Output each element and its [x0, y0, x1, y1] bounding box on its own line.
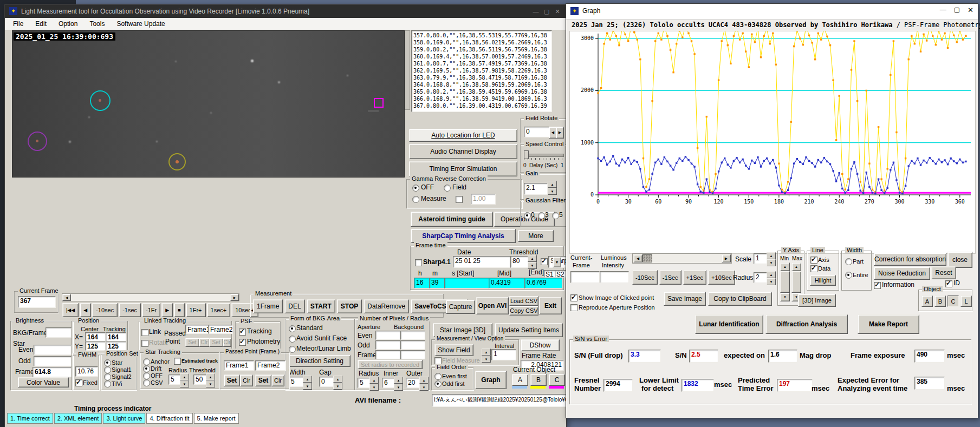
passed-frame2-field[interactable]: Frame2	[255, 360, 285, 371]
show-image-checkbox[interactable]	[570, 294, 577, 301]
s1-box[interactable]: S1	[544, 270, 556, 278]
threshold-spinner[interactable]: ▲▼	[528, 255, 537, 269]
transport-1sec-button[interactable]: -1sec	[119, 303, 141, 317]
mid-field[interactable]: 0.4319	[489, 278, 525, 288]
expected-error-field[interactable]: 385	[914, 377, 945, 390]
minimize-icon[interactable]: —	[530, 6, 541, 16]
scroll-left-icon[interactable]: ◀	[62, 294, 71, 301]
passed-frame1-field[interactable]: Frame1	[224, 360, 254, 371]
frame-scrollbar[interactable]: ◀ ▶	[62, 293, 239, 301]
linked-frame1-field[interactable]: Frame1	[185, 325, 210, 334]
linked-clr2-button[interactable]: Clr	[223, 338, 231, 347]
rotate-checkbox[interactable]	[141, 340, 148, 347]
linked-clr1-button[interactable]: Clr	[199, 338, 210, 347]
predicted-error-field[interactable]: 197	[777, 379, 813, 392]
width-spinner[interactable]: ▲▼	[303, 376, 312, 390]
direction-setting-button[interactable]: Direction Setting	[289, 355, 351, 367]
interval-field[interactable]: 1	[491, 349, 516, 360]
measurement-stop-button[interactable]: STOP	[337, 299, 362, 313]
main-titlebar[interactable]: ✦ Light Measurement tool for Occultation…	[5, 5, 566, 18]
image-3d-button[interactable]: [3D] Image	[798, 294, 836, 307]
graph-button[interactable]: Graph	[475, 371, 507, 389]
linked-set2-button[interactable]: Set	[209, 338, 223, 347]
vertical-slider[interactable]	[405, 30, 410, 110]
frame-exposure-field[interactable]: 490	[914, 350, 945, 363]
gauss-5-radio[interactable]	[552, 212, 559, 219]
transport-10sec-button[interactable]: -10sec	[92, 303, 118, 317]
save-image-button[interactable]: Save Image	[664, 292, 706, 306]
transport-1Fr+-button[interactable]: 1Fr+	[186, 303, 206, 317]
odd-first-radio[interactable]	[434, 380, 442, 387]
up-icon[interactable]: ▲	[419, 377, 429, 384]
strack-off-radio[interactable]	[143, 372, 150, 379]
capture-button[interactable]: Capture	[446, 300, 475, 314]
graph-scrollbar[interactable]: ◀ ▶	[632, 253, 732, 264]
passed-set1-button[interactable]: Set	[224, 375, 240, 386]
sn-field[interactable]: 2.5	[689, 350, 718, 363]
star-odd-field[interactable]	[34, 356, 72, 366]
up-icon[interactable]: ▲	[303, 376, 312, 383]
gamma-field-radio[interactable]	[444, 185, 451, 192]
horizontal-slider-thumb[interactable]	[368, 110, 379, 112]
sharp41-checkbox[interactable]	[415, 259, 422, 266]
bkg-meteor-radio[interactable]	[289, 346, 296, 353]
strack-drift-radio[interactable]	[143, 365, 150, 372]
field-rotate-value[interactable]: 0	[524, 127, 550, 137]
diffraction-analysis-button[interactable]: Diffraction Analysis	[765, 314, 848, 334]
up-icon[interactable]: ▲	[206, 373, 215, 380]
fwhm-fixed-checkbox[interactable]	[75, 379, 82, 386]
up-icon[interactable]: ▲	[767, 252, 776, 259]
scrollbar-thumb[interactable]	[642, 254, 652, 262]
linked-set1-button[interactable]: Set	[185, 338, 199, 347]
current-object-A-button[interactable]: A	[512, 374, 528, 386]
luminous-intensity-field[interactable]	[600, 271, 629, 283]
id-checkbox[interactable]	[945, 280, 952, 287]
down-icon[interactable]: ▼	[548, 188, 557, 195]
aperture-odd-field[interactable]	[375, 340, 400, 350]
expected-on-field[interactable]: 1.6	[768, 350, 797, 363]
estimated-track-checkbox[interactable]	[174, 358, 181, 365]
video-frame[interactable]: 2025_01_25 16:39:00:693	[12, 30, 405, 178]
color-value-button[interactable]: Color Value	[18, 377, 69, 387]
y-min-slider[interactable]	[780, 271, 790, 293]
auto-location-led-button[interactable]: Auto Location for LED	[409, 129, 517, 142]
down-icon[interactable]: ▼	[394, 384, 403, 391]
correction-absorption-button[interactable]: Correction for absorption	[874, 253, 946, 266]
y-tracking-field[interactable]: 125	[106, 341, 126, 351]
y-min-up-icon[interactable]: ▲	[780, 262, 790, 271]
scroll-right-icon[interactable]: ▶	[230, 294, 239, 301]
gain-value[interactable]: 2.1	[524, 183, 548, 195]
object-B-button[interactable]: B	[934, 295, 946, 307]
interval-spinner[interactable]: ▲▼	[482, 349, 491, 363]
gap-spinner[interactable]: ▲▼	[333, 376, 342, 390]
y-center-field[interactable]: 125	[85, 341, 106, 351]
width-part-radio[interactable]	[845, 258, 852, 265]
y-min-down-icon[interactable]: ▼	[780, 293, 790, 301]
measurement-dataremove-button[interactable]: DataRemove	[364, 299, 409, 313]
up-icon[interactable]: ▲	[528, 255, 537, 262]
maximize-icon[interactable]: ▢	[954, 6, 960, 14]
measurement-start-button[interactable]: START	[307, 299, 335, 313]
transport--button[interactable]: ■	[174, 303, 184, 317]
threshold-field[interactable]: 80	[510, 256, 529, 268]
x-center-field[interactable]: 164	[85, 332, 106, 341]
x-tracking-field[interactable]: 164	[106, 332, 126, 341]
field-rotate-right-icon[interactable]: ▶	[556, 127, 564, 139]
light-curve-chart[interactable]: 0306090120150180210240270300330360010002…	[569, 31, 976, 254]
outer-spinner[interactable]: ▲▼	[419, 377, 429, 391]
seek-1Sec-button[interactable]: -1Sec	[659, 270, 682, 285]
transport--button[interactable]: ▶	[161, 303, 173, 317]
width-entire-radio[interactable]	[845, 272, 852, 279]
y-max-up-icon[interactable]: ▲	[791, 262, 801, 271]
sharp-checkbox[interactable]	[541, 258, 548, 265]
copy-clipboard-button[interactable]: Copy to ClipBoard	[708, 292, 772, 306]
gain-spinner[interactable]: ▲▼	[548, 181, 557, 195]
passed-clr2-button[interactable]: Clr	[271, 375, 284, 386]
measurement-del-button[interactable]: DEL	[284, 299, 304, 313]
bkg-frame-field[interactable]	[46, 327, 72, 338]
current-object-B-button[interactable]: B	[530, 374, 547, 386]
link-checkbox[interactable]	[141, 329, 148, 336]
menu-item-software-update[interactable]: Software Update	[111, 18, 171, 29]
timing-error-simulation-button[interactable]: Timing Error Simulation	[409, 161, 517, 176]
measurement-data-list[interactable]: 357.0,80.0,"",16,38,55.5319,55.7769,16,3…	[411, 30, 552, 112]
